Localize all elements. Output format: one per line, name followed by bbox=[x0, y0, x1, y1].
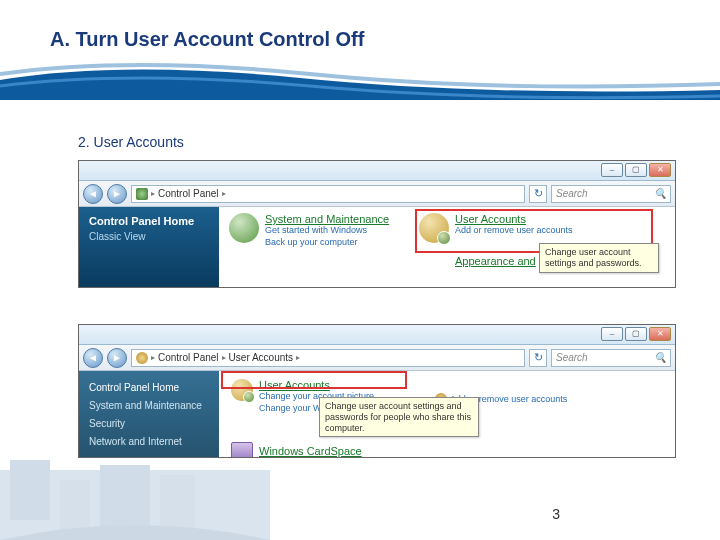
sidebar: Control Panel Home System and Maintenanc… bbox=[79, 371, 219, 457]
back-button[interactable]: ◄ bbox=[83, 184, 103, 204]
window-titlebar: – ▢ ✕ bbox=[79, 161, 675, 181]
chevron-right-icon: ▸ bbox=[222, 189, 226, 198]
minimize-button[interactable]: – bbox=[601, 163, 623, 177]
control-panel-icon bbox=[136, 188, 148, 200]
search-placeholder: Search bbox=[556, 352, 588, 363]
user-accounts-icon bbox=[231, 379, 253, 401]
search-icon: 🔍 bbox=[654, 352, 666, 363]
forward-button[interactable]: ► bbox=[107, 348, 127, 368]
page-number: 3 bbox=[552, 506, 560, 522]
breadcrumb-item[interactable]: Control Panel bbox=[158, 188, 219, 199]
maximize-button[interactable]: ▢ bbox=[625, 163, 647, 177]
get-started-link[interactable]: Get started with Windows bbox=[265, 225, 389, 237]
decorative-swoosh bbox=[0, 60, 720, 100]
add-remove-accounts-link[interactable]: Add or remove user accounts bbox=[455, 225, 573, 237]
user-accounts-link[interactable]: User Accounts bbox=[455, 213, 573, 225]
breadcrumb-item[interactable]: User Accounts bbox=[229, 352, 293, 363]
maximize-button[interactable]: ▢ bbox=[625, 327, 647, 341]
refresh-button[interactable]: ↻ bbox=[529, 185, 547, 203]
control-panel-home-link[interactable]: Control Panel Home bbox=[89, 215, 209, 227]
search-placeholder: Search bbox=[556, 188, 588, 199]
breadcrumb[interactable]: ▸ Control Panel ▸ bbox=[131, 185, 525, 203]
content-pane: User Accounts Change your account pictur… bbox=[219, 371, 675, 457]
svg-rect-2 bbox=[60, 480, 90, 530]
minimize-button[interactable]: – bbox=[601, 327, 623, 341]
window-titlebar: – ▢ ✕ bbox=[79, 325, 675, 345]
svg-rect-4 bbox=[160, 475, 195, 530]
sidebar-system-maintenance[interactable]: System and Maintenance bbox=[89, 397, 209, 415]
decorative-building bbox=[0, 450, 270, 540]
search-input[interactable]: Search 🔍 bbox=[551, 185, 671, 203]
chevron-right-icon: ▸ bbox=[296, 353, 300, 362]
tooltip: Change user account settings and passwor… bbox=[539, 243, 659, 273]
step-label: 2. User Accounts bbox=[78, 134, 184, 150]
backup-link[interactable]: Back up your computer bbox=[265, 237, 389, 249]
windows-cardspace-link[interactable]: Windows CardSpace bbox=[259, 445, 362, 457]
chevron-right-icon: ▸ bbox=[151, 353, 155, 362]
search-input[interactable]: Search 🔍 bbox=[551, 349, 671, 367]
screenshot-1: – ▢ ✕ ◄ ► ▸ Control Panel ▸ ↻ Search 🔍 C… bbox=[78, 160, 676, 288]
search-icon: 🔍 bbox=[654, 188, 666, 199]
close-button[interactable]: ✕ bbox=[649, 327, 671, 341]
sidebar: Control Panel Home Classic View bbox=[79, 207, 219, 287]
explorer-navbar: ◄ ► ▸ Control Panel ▸ User Accounts ▸ ↻ … bbox=[79, 345, 675, 371]
breadcrumb[interactable]: ▸ Control Panel ▸ User Accounts ▸ bbox=[131, 349, 525, 367]
sidebar-security[interactable]: Security bbox=[89, 415, 209, 433]
system-maintenance-link[interactable]: System and Maintenance bbox=[265, 213, 389, 225]
explorer-navbar: ◄ ► ▸ Control Panel ▸ ↻ Search 🔍 bbox=[79, 181, 675, 207]
user-accounts-link[interactable]: User Accounts bbox=[259, 379, 429, 391]
category-pane: System and Maintenance Get started with … bbox=[219, 207, 675, 287]
back-button[interactable]: ◄ bbox=[83, 348, 103, 368]
svg-rect-3 bbox=[100, 465, 150, 530]
chevron-right-icon: ▸ bbox=[151, 189, 155, 198]
classic-view-link[interactable]: Classic View bbox=[89, 231, 209, 242]
chevron-right-icon: ▸ bbox=[222, 353, 226, 362]
close-button[interactable]: ✕ bbox=[649, 163, 671, 177]
user-accounts-icon bbox=[419, 213, 449, 243]
refresh-button[interactable]: ↻ bbox=[529, 349, 547, 367]
tooltip: Change user account settings and passwor… bbox=[319, 397, 479, 437]
user-accounts-icon-small bbox=[136, 352, 148, 364]
screenshot-2: – ▢ ✕ ◄ ► ▸ Control Panel ▸ User Account… bbox=[78, 324, 676, 458]
breadcrumb-item[interactable]: Control Panel bbox=[158, 352, 219, 363]
sidebar-network-internet[interactable]: Network and Internet bbox=[89, 433, 209, 451]
system-maintenance-icon bbox=[229, 213, 259, 243]
svg-rect-1 bbox=[10, 460, 50, 520]
forward-button[interactable]: ► bbox=[107, 184, 127, 204]
control-panel-home-link[interactable]: Control Panel Home bbox=[89, 379, 209, 397]
slide-title: A. Turn User Account Control Off bbox=[0, 0, 720, 51]
